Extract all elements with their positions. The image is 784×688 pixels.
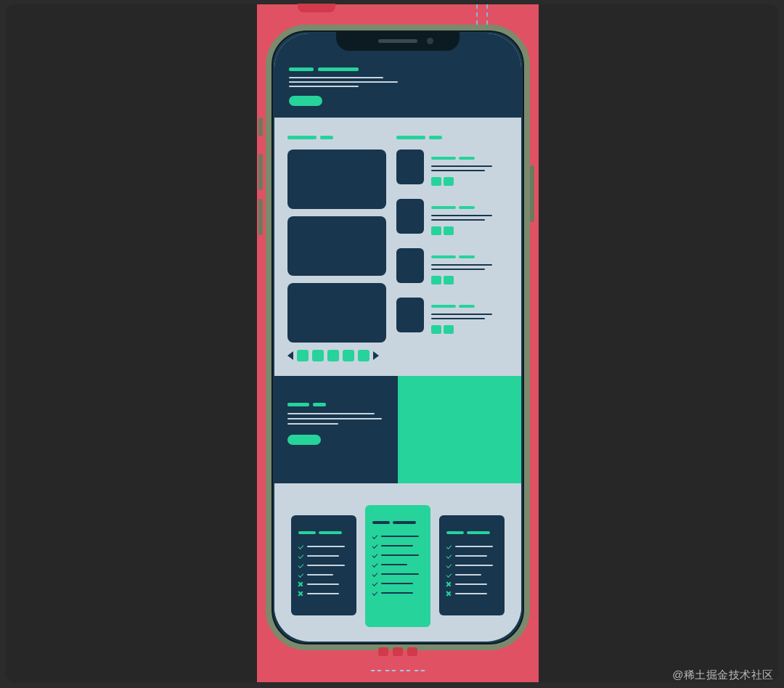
tag-chip[interactable] bbox=[444, 276, 454, 284]
split-banner-text bbox=[274, 376, 398, 483]
list-item[interactable] bbox=[396, 298, 508, 337]
gallery-carousel-column bbox=[287, 129, 386, 361]
tag-chip[interactable] bbox=[431, 177, 441, 186]
check-icon bbox=[372, 591, 377, 595]
phone-mute-switch bbox=[258, 118, 263, 136]
backdrop-top-tab bbox=[298, 4, 335, 12]
pager-next-icon[interactable] bbox=[373, 351, 379, 360]
section-title bbox=[396, 129, 508, 142]
guide-pill bbox=[407, 647, 417, 656]
check-icon bbox=[372, 562, 377, 567]
pager-dot[interactable] bbox=[312, 350, 324, 361]
split-banner-image bbox=[398, 376, 521, 483]
list-item-thumb bbox=[396, 248, 424, 283]
cross-icon bbox=[298, 591, 303, 596]
check-icon bbox=[298, 563, 303, 568]
check-icon bbox=[446, 563, 451, 568]
hero-title bbox=[289, 61, 507, 74]
tag-chip[interactable] bbox=[444, 226, 454, 235]
carousel-card[interactable] bbox=[287, 283, 386, 343]
pricing-plan[interactable] bbox=[439, 515, 505, 615]
list-item-thumb bbox=[396, 298, 424, 332]
cross-icon bbox=[446, 582, 451, 586]
alignment-guide-vertical bbox=[486, 4, 488, 25]
check-icon bbox=[372, 581, 377, 586]
pager-prev-icon[interactable] bbox=[287, 351, 293, 360]
check-icon bbox=[446, 554, 451, 558]
hero-body-line bbox=[289, 77, 383, 78]
cross-icon bbox=[446, 591, 451, 596]
hero-cta-button[interactable] bbox=[289, 96, 322, 106]
canvas bbox=[6, 4, 778, 682]
phone-volume-up bbox=[258, 154, 263, 190]
pager-dot[interactable] bbox=[297, 350, 309, 361]
carousel-card[interactable] bbox=[287, 216, 386, 276]
check-icon bbox=[372, 534, 377, 538]
check-icon bbox=[446, 544, 451, 549]
list-item-meta bbox=[431, 248, 508, 287]
pricing-plan-featured[interactable] bbox=[365, 505, 430, 627]
phone-notch bbox=[336, 30, 460, 51]
carousel-card[interactable] bbox=[287, 150, 386, 209]
phone-volume-down bbox=[258, 199, 263, 235]
pager-dot[interactable] bbox=[327, 350, 339, 361]
watermark: @稀土掘金技术社区 bbox=[672, 668, 774, 682]
alignment-guide-vertical bbox=[476, 4, 478, 25]
tag-chip[interactable] bbox=[431, 325, 441, 334]
tag-chip[interactable] bbox=[444, 177, 454, 186]
list-item-thumb bbox=[396, 199, 424, 234]
cross-icon bbox=[298, 582, 303, 586]
section-title bbox=[287, 129, 386, 142]
backdrop-bottom-guides bbox=[369, 646, 427, 676]
pricing-plan[interactable] bbox=[291, 515, 356, 615]
pricing-section bbox=[274, 483, 521, 634]
guide-pill bbox=[378, 647, 388, 656]
tag-chip[interactable] bbox=[431, 226, 441, 235]
list-item[interactable] bbox=[396, 248, 508, 287]
carousel-pager bbox=[287, 350, 386, 361]
check-icon bbox=[298, 554, 303, 558]
phone-frame bbox=[266, 25, 530, 650]
list-item-thumb bbox=[396, 150, 424, 184]
list-item-meta bbox=[431, 150, 508, 189]
gallery-list-column bbox=[396, 129, 508, 361]
hero-body-line bbox=[289, 81, 398, 83]
pager-dot[interactable] bbox=[343, 350, 354, 361]
phone-screen bbox=[274, 33, 521, 642]
guide-pill bbox=[393, 647, 403, 656]
check-icon bbox=[298, 573, 303, 577]
split-cta-button[interactable] bbox=[287, 435, 321, 445]
hero-body-line bbox=[289, 86, 359, 87]
list-item-meta bbox=[431, 199, 508, 238]
check-icon bbox=[372, 544, 377, 548]
check-icon bbox=[372, 553, 377, 557]
check-icon bbox=[298, 544, 303, 549]
list-item-meta bbox=[431, 298, 508, 337]
list-item[interactable] bbox=[396, 150, 508, 189]
check-icon bbox=[372, 572, 377, 576]
pager-dot[interactable] bbox=[358, 350, 369, 361]
list-item[interactable] bbox=[396, 199, 508, 238]
split-banner bbox=[274, 376, 521, 483]
gallery-section bbox=[274, 118, 521, 376]
phone-power-button bbox=[530, 165, 534, 222]
tag-chip[interactable] bbox=[444, 325, 454, 334]
tag-chip[interactable] bbox=[431, 276, 441, 284]
check-icon bbox=[446, 573, 451, 577]
